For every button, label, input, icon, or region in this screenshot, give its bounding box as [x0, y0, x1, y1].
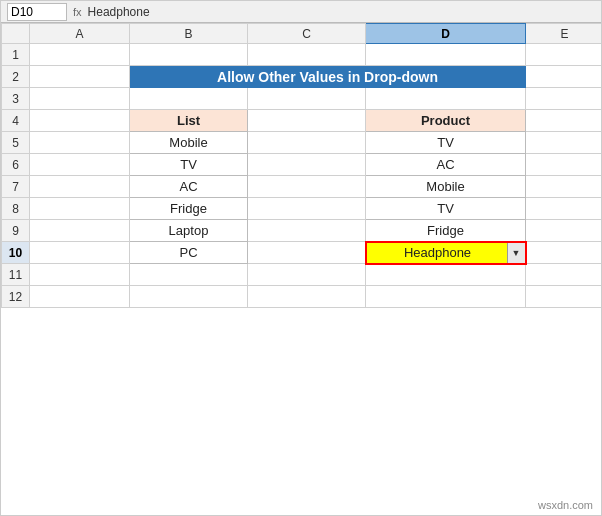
- cell-e11[interactable]: [526, 264, 602, 286]
- cell-a2[interactable]: [30, 66, 130, 88]
- corner-cell: [2, 24, 30, 44]
- table-row: 12: [2, 286, 602, 308]
- cell-e2[interactable]: [526, 66, 602, 88]
- cell-a1[interactable]: [30, 44, 130, 66]
- table-row: 9 Laptop Fridge: [2, 220, 602, 242]
- row-num-2: 2: [2, 66, 30, 88]
- formula-icon: fx: [73, 6, 82, 18]
- cell-b11[interactable]: [130, 264, 248, 286]
- cell-d1[interactable]: [366, 44, 526, 66]
- cell-c11[interactable]: [248, 264, 366, 286]
- formula-content: Headphone: [88, 5, 150, 19]
- cell-e12[interactable]: [526, 286, 602, 308]
- cell-c7[interactable]: [248, 176, 366, 198]
- headphone-value: Headphone: [404, 245, 471, 260]
- row-num-9: 9: [2, 220, 30, 242]
- cell-e1[interactable]: [526, 44, 602, 66]
- row-num-8: 8: [2, 198, 30, 220]
- cell-a4[interactable]: [30, 110, 130, 132]
- product-header-cell: Product: [366, 110, 526, 132]
- row-num-12: 12: [2, 286, 30, 308]
- list-header-cell: List: [130, 110, 248, 132]
- table-row: 4 List Product: [2, 110, 602, 132]
- formula-bar: fx Headphone: [1, 1, 601, 23]
- product-item-4[interactable]: TV: [366, 198, 526, 220]
- title-cell: Allow Other Values in Drop-down: [130, 66, 526, 88]
- cell-d3[interactable]: [366, 88, 526, 110]
- cell-a6[interactable]: [30, 154, 130, 176]
- table-row: 11: [2, 264, 602, 286]
- cell-a5[interactable]: [30, 132, 130, 154]
- table-row: 1: [2, 44, 602, 66]
- watermark: wsxdn.com: [538, 499, 593, 511]
- cell-c9[interactable]: [248, 220, 366, 242]
- row-num-1: 1: [2, 44, 30, 66]
- col-a-header: A: [30, 24, 130, 44]
- cell-e10[interactable]: [526, 242, 602, 264]
- product-item-3[interactable]: Mobile: [366, 176, 526, 198]
- cell-a7[interactable]: [30, 176, 130, 198]
- row-num-7: 7: [2, 176, 30, 198]
- list-item-3[interactable]: AC: [130, 176, 248, 198]
- row-num-6: 6: [2, 154, 30, 176]
- grid-container: A B C D E 1 2: [1, 23, 601, 515]
- product-item-1[interactable]: TV: [366, 132, 526, 154]
- product-item-2[interactable]: AC: [366, 154, 526, 176]
- table-row: 5 Mobile TV: [2, 132, 602, 154]
- col-b-header: B: [130, 24, 248, 44]
- col-e-header: E: [526, 24, 602, 44]
- cell-b3[interactable]: [130, 88, 248, 110]
- col-c-header: C: [248, 24, 366, 44]
- list-item-5[interactable]: Laptop: [130, 220, 248, 242]
- cell-c3[interactable]: [248, 88, 366, 110]
- table-row: 7 AC Mobile: [2, 176, 602, 198]
- cell-e5[interactable]: [526, 132, 602, 154]
- cell-b12[interactable]: [130, 286, 248, 308]
- cell-c6[interactable]: [248, 154, 366, 176]
- cell-e8[interactable]: [526, 198, 602, 220]
- row-num-10: 10: [2, 242, 30, 264]
- column-header-row: A B C D E: [2, 24, 602, 44]
- cell-a12[interactable]: [30, 286, 130, 308]
- cell-e3[interactable]: [526, 88, 602, 110]
- cell-c12[interactable]: [248, 286, 366, 308]
- row-num-11: 11: [2, 264, 30, 286]
- row-num-3: 3: [2, 88, 30, 110]
- list-item-2[interactable]: TV: [130, 154, 248, 176]
- row-num-4: 4: [2, 110, 30, 132]
- cell-a8[interactable]: [30, 198, 130, 220]
- cell-b1[interactable]: [130, 44, 248, 66]
- headphone-cell[interactable]: Headphone ▼: [366, 242, 526, 264]
- cell-d12[interactable]: [366, 286, 526, 308]
- cell-c8[interactable]: [248, 198, 366, 220]
- cell-a11[interactable]: [30, 264, 130, 286]
- cell-e4[interactable]: [526, 110, 602, 132]
- table-row: 8 Fridge TV: [2, 198, 602, 220]
- cell-c1[interactable]: [248, 44, 366, 66]
- cell-e9[interactable]: [526, 220, 602, 242]
- cell-c10[interactable]: [248, 242, 366, 264]
- dropdown-button[interactable]: ▼: [507, 243, 525, 263]
- cell-c4[interactable]: [248, 110, 366, 132]
- cell-a10[interactable]: [30, 242, 130, 264]
- list-item-1[interactable]: Mobile: [130, 132, 248, 154]
- list-item-4[interactable]: Fridge: [130, 198, 248, 220]
- cell-a3[interactable]: [30, 88, 130, 110]
- col-d-header: D: [366, 24, 526, 44]
- list-item-6[interactable]: PC: [130, 242, 248, 264]
- cell-d11[interactable]: [366, 264, 526, 286]
- spreadsheet: fx Headphone A B C D E: [0, 0, 602, 516]
- cell-e7[interactable]: [526, 176, 602, 198]
- table-row: 10 PC Headphone ▼: [2, 242, 602, 264]
- table-row: 6 TV AC: [2, 154, 602, 176]
- spreadsheet-table: A B C D E 1 2: [1, 23, 601, 308]
- cell-e6[interactable]: [526, 154, 602, 176]
- name-box[interactable]: [7, 3, 67, 21]
- cell-a9[interactable]: [30, 220, 130, 242]
- table-row: 2 Allow Other Values in Drop-down: [2, 66, 602, 88]
- product-item-5[interactable]: Fridge: [366, 220, 526, 242]
- cell-c5[interactable]: [248, 132, 366, 154]
- table-row: 3: [2, 88, 602, 110]
- row-num-5: 5: [2, 132, 30, 154]
